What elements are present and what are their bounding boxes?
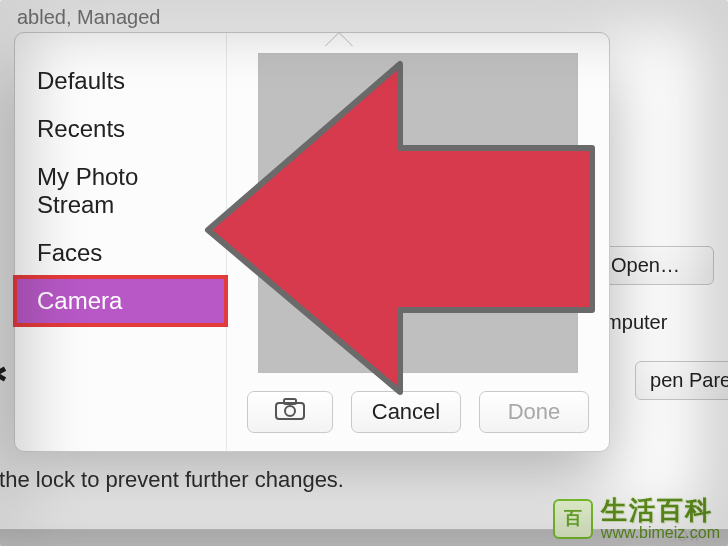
site-watermark: 百 生活百科 www.bimeiz.com <box>553 496 720 542</box>
right-panel-controls: Open… omputer <box>594 246 728 334</box>
photo-picker-popover: Defaults Recents My Photo Stream Faces C… <box>14 32 610 452</box>
user-subtitle: abled, Managed <box>17 5 160 30</box>
cancel-button[interactable]: Cancel <box>351 391 461 433</box>
camera-icon <box>275 400 305 425</box>
take-photo-button[interactable] <box>247 391 333 433</box>
photo-preview-pane: Cancel Done <box>227 33 609 451</box>
sidebar-user-cell: uest User abled, Managed <box>0 0 172 30</box>
gear-icon[interactable]: ✱ <box>0 357 8 392</box>
parental-controls-button[interactable]: pen Parenta <box>635 361 728 400</box>
watermark-title: 生活百科 <box>601 496 720 525</box>
watermark-logo-icon: 百 <box>553 499 593 539</box>
source-item-camera[interactable]: Camera <box>15 277 226 325</box>
open-button[interactable]: Open… <box>594 246 714 285</box>
source-item-faces[interactable]: Faces <box>15 229 226 277</box>
lock-hint: ck the lock to prevent further changes. <box>0 467 344 493</box>
watermark-url: www.bimeiz.com <box>601 524 720 542</box>
done-button: Done <box>479 391 589 433</box>
source-list: Defaults Recents My Photo Stream Faces C… <box>15 33 227 451</box>
parental-label: pen Parenta <box>635 361 728 400</box>
source-item-recents[interactable]: Recents <box>15 105 226 153</box>
svg-rect-1 <box>284 399 296 404</box>
svg-point-2 <box>285 406 295 416</box>
source-item-defaults[interactable]: Defaults <box>15 57 226 105</box>
computer-label: omputer <box>594 311 728 334</box>
source-item-myphotostream[interactable]: My Photo Stream <box>15 153 226 229</box>
camera-preview <box>258 53 578 373</box>
popover-buttons: Cancel Done <box>247 391 589 433</box>
